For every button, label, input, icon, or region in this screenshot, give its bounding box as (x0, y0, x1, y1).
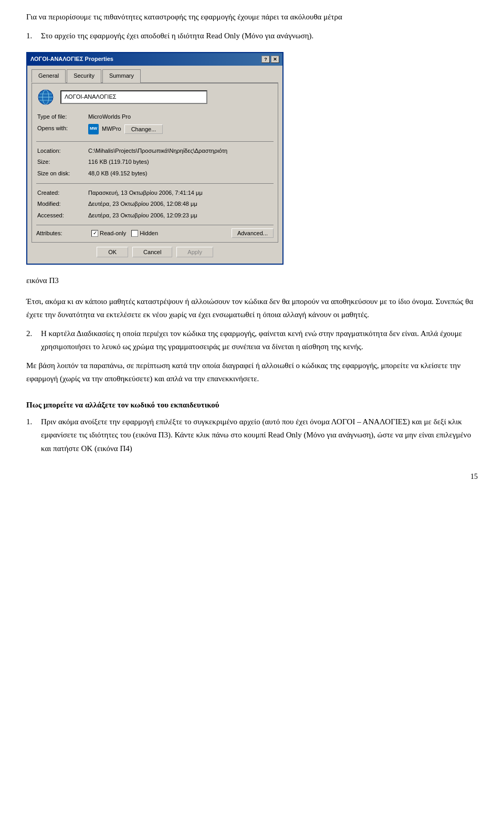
accessed-value: Δευτέρα, 23 Οκτωβρίου 2006, 12:09:23 μμ (88, 211, 272, 221)
location-row: Location: C:\Mihalis\Projects\Προσωπικά\… (37, 146, 272, 156)
steps-item1-text: Πριν ακόμα ανοίξετε την εφαρμογή επιλέξτ… (41, 415, 478, 456)
dialog-wrapper: ΛΟΓΟΙ-ΑΝΑΛΟΓΙΕΣ Properties ? ✕ General S… (26, 52, 478, 265)
paragraph-1: Έτσι, ακόμα κι αν κάποιο μαθητές καταστρ… (26, 295, 478, 322)
dialog-titlebar: ΛΟΓΟΙ-ΑΝΑΛΟΓΙΕΣ Properties ? ✕ (27, 53, 282, 66)
size-value: 116 KB (119.710 bytes) (88, 157, 272, 168)
opens-label: Opens with: (37, 123, 87, 137)
item2-text: Η καρτέλα Διαδικασίες η οποία περιέχει τ… (41, 327, 478, 354)
size-disk-value: 48,0 KB (49.152 bytes) (88, 169, 272, 179)
info-grid: Type of file: MicroWorlds Pro Opens with… (36, 111, 274, 138)
accessed-row: Accessed: Δευτέρα, 23 Οκτωβρίου 2006, 12… (37, 211, 272, 221)
tab-summary[interactable]: Summary (102, 69, 141, 83)
close-button[interactable]: ✕ (271, 56, 279, 63)
numbered-item-2: 2. Η καρτέλα Διαδικασίες η οποία περιέχε… (26, 327, 478, 354)
hidden-label: Hidden (140, 229, 158, 238)
steps-item1-num: 1. (26, 415, 37, 456)
item1-num: 1. (26, 29, 37, 43)
modified-label: Modified: (37, 199, 87, 210)
filename-box: ΛΟΓΟΙ-ΑΝΑΛΟΓΙΕΣ (60, 90, 207, 104)
attributes-label: Attributes: (36, 229, 86, 238)
hidden-checkbox[interactable] (131, 230, 138, 237)
readonly-checkbox-item[interactable]: Read-only (91, 229, 126, 238)
opens-value-cell: MW MWPro Change... (88, 123, 272, 137)
dialog-title: ΛΟΓΟΙ-ΑΝΑΛΟΓΙΕΣ Properties (30, 55, 113, 64)
apply-button[interactable]: Apply (176, 247, 213, 257)
item2-num: 2. (26, 327, 37, 354)
created-value: Παρασκευή, 13 Οκτωβρίου 2006, 7:41:14 μμ (88, 188, 272, 198)
type-value: MicroWorlds Pro (88, 112, 272, 122)
dialog-content: General Security Summary (27, 66, 282, 264)
tab-content-general: ΛΟΓΟΙ-ΑΝΑΛΟΓΙΕΣ Type of file: MicroWorld… (32, 83, 278, 243)
steps-item-1: 1. Πριν ακόμα ανοίξετε την εφαρμογή επιλ… (26, 415, 478, 456)
created-label: Created: (37, 188, 87, 198)
created-row: Created: Παρασκευή, 13 Οκτωβρίου 2006, 7… (37, 188, 272, 198)
opens-row: Opens with: MW MWPro Change... (37, 123, 272, 137)
size-label: Size: (37, 157, 87, 168)
divider-2 (36, 183, 274, 184)
info-grid-3: Created: Παρασκευή, 13 Οκτωβρίου 2006, 7… (36, 187, 274, 222)
file-icon-row: ΛΟΓΟΙ-ΑΝΑΛΟΓΙΕΣ (36, 88, 274, 107)
opens-value: MWPro (102, 124, 121, 134)
section-heading: Πως μπορείτε να αλλάξετε τον κωδικό του … (26, 399, 478, 411)
readonly-label: Read-only (100, 229, 126, 238)
hidden-checkbox-item[interactable]: Hidden (131, 229, 158, 238)
paragraph-2: Με βάση λοιπόν τα παραπάνω, σε περίπτωση… (26, 359, 478, 386)
size-disk-label: Size on disk: (37, 169, 87, 179)
intro-line1: Για να περιορίσουμε τις πιθανότητες κατα… (26, 11, 478, 24)
size-disk-row: Size on disk: 48,0 KB (49.152 bytes) (37, 169, 272, 179)
location-label: Location: (37, 146, 87, 156)
numbered-item-1: 1. Στο αρχείο της εφαρμογής έχει αποδοθε… (26, 29, 478, 43)
file-icon (36, 88, 55, 107)
advanced-button[interactable]: Advanced... (232, 228, 274, 238)
divider-3 (36, 225, 274, 225)
tab-general[interactable]: General (32, 69, 66, 83)
help-button[interactable]: ? (261, 56, 270, 63)
modified-row: Modified: Δευτέρα, 23 Οκτωβρίου 2006, 12… (37, 199, 272, 210)
readonly-checkbox[interactable] (91, 230, 98, 237)
cancel-button[interactable]: Cancel (132, 247, 172, 257)
tab-security[interactable]: Security (67, 69, 101, 83)
change-button[interactable]: Change... (124, 124, 163, 134)
size-row: Size: 116 KB (119.710 bytes) (37, 157, 272, 168)
divider-1 (36, 141, 274, 142)
properties-dialog: ΛΟΓΟΙ-ΑΝΑΛΟΓΙΕΣ Properties ? ✕ General S… (26, 52, 284, 265)
attributes-row: Attributes: Read-only Hidden Advanced... (36, 228, 274, 238)
type-label: Type of file: (37, 112, 87, 122)
accessed-label: Accessed: (37, 211, 87, 221)
ok-button[interactable]: OK (97, 247, 128, 257)
dialog-buttons: OK Cancel Apply (32, 243, 278, 259)
tab-bar: General Security Summary (32, 69, 278, 84)
page-number: 15 (26, 471, 478, 483)
location-value: C:\Mihalis\Projects\Προσωπικά\Νηρηίδες\Δ… (88, 146, 272, 156)
mwpro-icon: MW (88, 124, 99, 134)
modified-value: Δευτέρα, 23 Οκτωβρίου 2006, 12:08:48 μμ (88, 199, 272, 210)
item1-text: Στο αρχείο της εφαρμογής έχει αποδοθεί η… (41, 29, 313, 43)
titlebar-controls: ? ✕ (261, 56, 279, 63)
info-grid-2: Location: C:\Mihalis\Projects\Προσωπικά\… (36, 145, 274, 180)
type-row: Type of file: MicroWorlds Pro (37, 112, 272, 122)
caption: εικόνα Π3 (26, 274, 478, 288)
